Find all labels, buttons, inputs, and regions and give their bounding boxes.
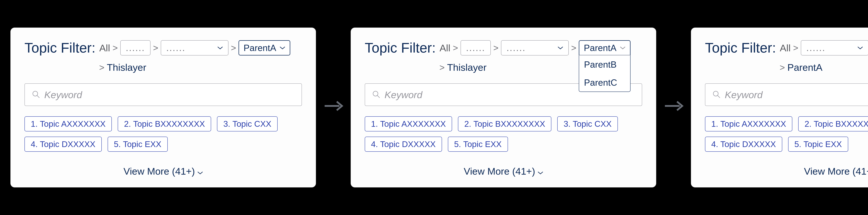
breadcrumb-sep: > <box>571 43 576 53</box>
svg-point-6 <box>713 91 718 96</box>
search-field-wrap[interactable] <box>705 83 868 106</box>
chevron-down-icon <box>538 166 543 177</box>
current-layer-label: Thislayer <box>107 62 146 73</box>
svg-line-1 <box>37 96 39 98</box>
chevron-down-icon <box>858 46 863 49</box>
filter-panel-state-1: Topic Filter: All > ...... > ...... > Pa… <box>10 28 316 187</box>
topic-chip[interactable]: 2. Topic BXXXXXXXX <box>798 116 868 132</box>
topic-chip[interactable]: 4. Topic DXXXXX <box>25 137 102 152</box>
breadcrumb-sep: > <box>439 62 444 73</box>
topic-chip[interactable]: 2. Topic BXXXXXXXX <box>458 116 551 132</box>
breadcrumb-sep: > <box>780 62 785 73</box>
search-input[interactable] <box>725 89 868 100</box>
breadcrumb-select-2[interactable]: ...... <box>501 40 569 56</box>
breadcrumb-row: Topic Filter: All > ...... > Grandparent… <box>705 40 868 56</box>
search-icon <box>372 90 380 99</box>
current-layer-label: Thislayer <box>447 62 487 73</box>
breadcrumb-sep: > <box>153 43 158 53</box>
breadcrumb-sep: > <box>493 43 498 53</box>
breadcrumb-sep: > <box>113 43 118 53</box>
topic-chip[interactable]: 2. Topic BXXXXXXXX <box>118 116 211 132</box>
topic-chip[interactable]: 5. Topic EXX <box>448 137 508 152</box>
search-input[interactable] <box>44 89 294 100</box>
search-icon <box>712 90 721 99</box>
breadcrumb-select-1[interactable]: ...... <box>120 40 151 56</box>
topic-chips: 1. Topic AXXXXXXX 2. Topic BXXXXXXXX 3. … <box>365 116 642 152</box>
chevron-down-icon <box>217 46 223 49</box>
title-label: Topic Filter: <box>705 40 776 56</box>
chevron-down-icon <box>620 46 625 49</box>
dropdown-item[interactable]: ParentC <box>579 73 630 92</box>
chevron-down-icon <box>197 166 203 177</box>
parent-select[interactable]: ParentA <box>579 40 630 56</box>
filter-panel-state-3: Topic Filter: All > ...... > Grandparent… <box>691 28 868 187</box>
view-more-button[interactable]: View More (41+) <box>25 166 302 177</box>
svg-line-4 <box>377 96 380 98</box>
arrow-right-icon <box>663 96 684 119</box>
search-icon <box>32 90 40 99</box>
breadcrumb-row-2: > ParentA <box>780 62 868 73</box>
topic-chip[interactable]: 1. Topic AXXXXXXX <box>25 116 112 132</box>
svg-line-7 <box>718 96 720 98</box>
parent-select-label: ParentA <box>244 43 276 53</box>
topic-chip[interactable]: 3. Topic CXX <box>217 116 278 132</box>
breadcrumb-row: Topic Filter: All > ...... > ...... > Pa… <box>365 40 642 56</box>
topic-chip[interactable]: 1. Topic AXXXXXXX <box>365 116 452 132</box>
dropdown-item[interactable]: ParentB <box>579 56 630 73</box>
chevron-down-icon <box>280 46 285 49</box>
breadcrumb-select-1[interactable]: ...... <box>461 40 491 56</box>
breadcrumb-select-2[interactable]: ...... <box>801 40 868 56</box>
view-more-button[interactable]: View More (41+) <box>705 166 868 177</box>
topic-chips: 1. Topic AXXXXXXX 2. Topic BXXXXXXXX 3. … <box>25 116 302 152</box>
breadcrumb-row-2: > Thislayer <box>99 62 302 73</box>
topic-chip[interactable]: 5. Topic EXX <box>107 137 168 152</box>
filter-panel-state-2: Topic Filter: All > ...... > ...... > Pa… <box>351 28 656 187</box>
parent-select-dropdown: ParentB ParentC <box>579 55 630 92</box>
topic-chip[interactable]: 1. Topic AXXXXXXX <box>705 116 792 132</box>
title-label: Topic Filter: <box>365 40 436 56</box>
title-label: Topic Filter: <box>25 40 95 56</box>
breadcrumb-all[interactable]: All <box>439 42 450 53</box>
svg-point-0 <box>33 91 38 96</box>
arrow-right-icon <box>323 96 344 119</box>
topic-chips: 1. Topic AXXXXXXX 2. Topic BXXXXXXXX 3. … <box>705 116 868 152</box>
breadcrumb-sep: > <box>453 43 458 53</box>
breadcrumb-sep: > <box>231 43 236 53</box>
breadcrumb-sep: > <box>99 62 104 73</box>
view-more-button[interactable]: View More (41+) <box>365 166 642 177</box>
topic-chip[interactable]: 4. Topic DXXXXX <box>705 137 782 152</box>
search-field-wrap[interactable] <box>25 83 302 106</box>
breadcrumb-select-2[interactable]: ...... <box>161 40 228 56</box>
breadcrumb-all[interactable]: All <box>99 42 110 53</box>
svg-point-3 <box>373 91 378 96</box>
breadcrumb-all[interactable]: All <box>780 42 790 53</box>
breadcrumb-sep: > <box>793 43 798 53</box>
parent-select[interactable]: ParentA <box>239 40 290 56</box>
topic-chip[interactable]: 4. Topic DXXXXX <box>365 137 442 152</box>
topic-chip[interactable]: 5. Topic EXX <box>788 137 848 152</box>
breadcrumb-row: Topic Filter: All > ...... > ...... > Pa… <box>25 40 302 56</box>
chevron-down-icon <box>558 46 563 49</box>
current-layer-label: ParentA <box>787 62 823 73</box>
topic-chip[interactable]: 3. Topic CXX <box>557 116 618 132</box>
parent-select-label: ParentA <box>584 43 616 53</box>
